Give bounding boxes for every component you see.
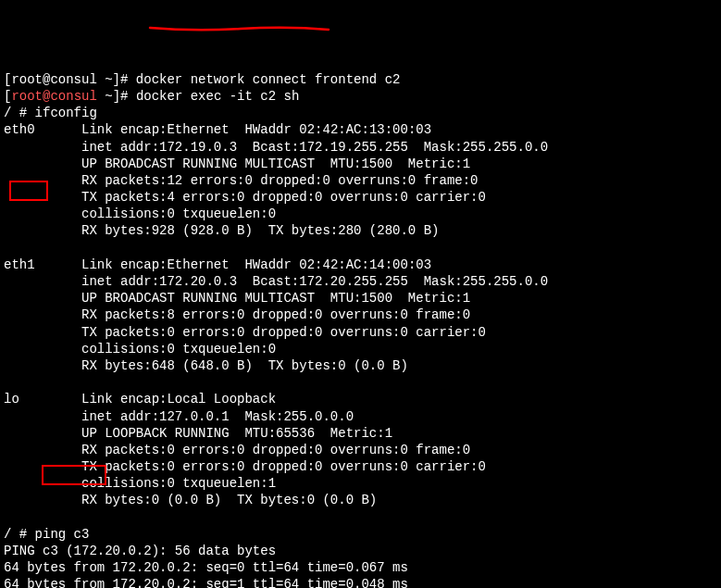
shell-prompt-2: / # [4,527,35,542]
iface-eth0: eth0 [4,122,35,137]
eth0-line2: inet addr:172.19.0.3 Bcast:172.19.255.25… [4,139,717,156]
annotation-underline-icon [148,24,342,35]
ping-header: PING c3 (172.20.0.2): 56 data bytes [4,543,717,559]
eth1-line5: TX packets:0 errors:0 dropped:0 overruns… [4,324,717,341]
eth1-line3: UP BROADCAST RUNNING MULTICAST MTU:1500 … [4,290,717,307]
lo-line6: collisions:0 txqueuelen:1 [4,475,717,492]
eth1-header: eth1 Link encap:Ethernet HWaddr 02:42:AC… [4,256,717,273]
prompt-host: consul [50,89,96,104]
eth0-line7: RX bytes:928 (928.0 B) TX bytes:280 (280… [4,222,717,239]
eth0-line3: UP BROADCAST RUNNING MULTICAST MTU:1500 … [4,156,717,172]
prompt-user: root [11,89,43,104]
eth1-line6: collisions:0 txqueuelen:0 [4,341,717,357]
blank-line-2 [4,374,717,391]
prompt-path: ~ [105,89,112,104]
ping-line1: 64 bytes from 172.20.0.2: seq=0 ttl=64 t… [4,559,717,576]
iface-eth1: eth1 [4,257,35,272]
eth1-line7: RX bytes:648 (648.0 B) TX bytes:0 (0.0 B… [4,357,717,374]
eth0-line6: collisions:0 txqueuelen:0 [4,206,717,222]
ping-line2: 64 bytes from 172.20.0.2: seq=1 ttl=64 t… [4,576,717,588]
terminal-line-truncated: [root@consul ~]# docker network connect … [4,71,717,88]
lo-line7: RX bytes:0 (0.0 B) TX bytes:0 (0.0 B) [4,492,717,508]
shell-prompt: / # [4,106,35,120]
prompt-symbol: # [120,89,128,104]
iface-lo: lo [4,392,19,407]
command-ping: ping c3 [35,527,90,542]
lo-line2: inet addr:127.0.0.1 Mask:255.0.0.0 [4,408,717,425]
terminal-prompt-line[interactable]: [root@consul ~]# docker exec -it c2 sh [4,88,717,105]
blank-line [4,240,717,256]
eth1-line4: RX packets:8 errors:0 dropped:0 overruns… [4,307,717,323]
command-docker-exec: docker exec -it c2 sh [136,89,299,104]
lo-line4: RX packets:0 errors:0 dropped:0 overruns… [4,442,717,458]
lo-line3: UP LOOPBACK RUNNING MTU:65536 Metric:1 [4,425,717,442]
eth0-line5: TX packets:4 errors:0 dropped:0 overruns… [4,189,717,206]
shell-line-ping[interactable]: / # ping c3 [4,526,717,543]
lo-header: lo Link encap:Local Loopback [4,391,717,407]
command-ifconfig: ifconfig [35,106,97,120]
eth0-line4: RX packets:12 errors:0 dropped:0 overrun… [4,172,717,189]
eth1-line2: inet addr:172.20.0.3 Bcast:172.20.255.25… [4,273,717,290]
shell-line[interactable]: / # ifconfig [4,105,717,121]
blank-line-3 [4,509,717,526]
eth0-header: eth0 Link encap:Ethernet HWaddr 02:42:AC… [4,121,717,138]
lo-line5: TX packets:0 errors:0 dropped:0 overruns… [4,458,717,475]
